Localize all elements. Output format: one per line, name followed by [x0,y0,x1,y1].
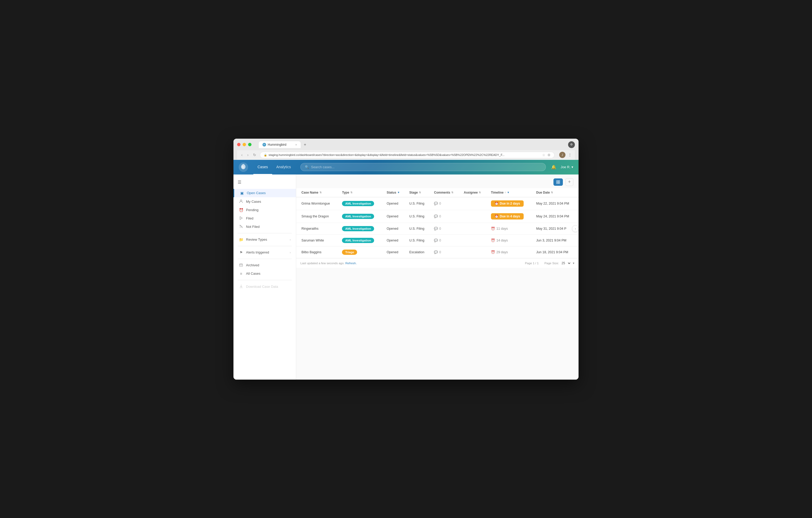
type-badge-3: AML Investigation [342,238,374,243]
svg-rect-11 [557,182,558,184]
sidebar-archived-label: Archived [246,263,259,267]
sidebar-item-archived[interactable]: Archived [233,261,296,270]
search-input[interactable] [311,165,542,169]
cell-status-4: Opened [383,246,406,258]
add-button[interactable]: + [566,178,573,186]
clock-icon-0: ⏰ [495,202,498,206]
sidebar-item-alerts[interactable]: ⚑ Alerts triggered › [233,248,296,257]
hamburger-menu[interactable]: ☰ [233,179,296,189]
search-bar[interactable]: 🔍 [300,163,546,171]
sidebar-item-all-cases[interactable]: ≡ All Cases [233,270,296,278]
case-name-filter[interactable]: ⇅ [319,191,322,194]
new-tab-button[interactable]: + [302,141,308,148]
review-types-icon: 📁 [239,238,243,242]
clock-icon-2: ⏰ [491,226,495,230]
page-size-chevron: ▾ [573,261,574,265]
sidebar-item-download[interactable]: Download Case Data [233,282,296,291]
refresh-link[interactable]: Refresh. [345,262,356,265]
download-icon [239,284,243,289]
sidebar-not-filed-label: Not Filed [246,225,260,229]
type-badge-4: Triage [342,250,357,255]
cell-timeline-0: ⏰ Due in 2 days [488,197,533,210]
type-filter[interactable]: ⇅ [350,191,352,194]
timeline-filter[interactable]: ▼ [507,191,510,194]
bookmark-icon[interactable]: ☆ [542,153,545,157]
alerts-icon: ⚑ [239,250,243,254]
user-menu-button[interactable]: Joe R. ▾ [560,165,573,169]
nav-cases[interactable]: Cases [253,160,272,174]
scroll-right-button[interactable]: › [572,225,579,232]
alerts-chevron: › [290,251,291,254]
maximize-button[interactable] [248,143,252,146]
comments-filter[interactable]: ⇅ [451,191,453,194]
comment-icon-0: 💬 [434,202,438,206]
pagination: Page 1 / 1 Page Size: 25 50 100 ▾ [525,261,574,265]
user-chevron: ▾ [572,165,573,169]
table-row[interactable]: Grima Wormtongue AML Investigation Opene… [296,197,579,210]
cell-case-name-1: Smaug the Dragon [296,210,339,223]
browser-menu-button[interactable]: ⋮ [568,153,572,157]
cell-assignee-2 [461,223,488,235]
status-filter[interactable]: ▼ [397,191,400,194]
close-button[interactable] [237,143,240,146]
table-row[interactable]: Bilbo Baggins Triage Opened Escalation 💬 [296,246,579,258]
cell-timeline-2: ⏰ 11 days [488,223,533,235]
lock-icon: 🔒 [264,154,267,157]
cell-stage-1: U.S. Filing [406,210,431,223]
cell-comments-3: 💬 0 [431,235,461,246]
cell-timeline-4: ⏰ 29 days [488,246,533,258]
sidebar-item-not-filed[interactable]: Not Filed [233,223,296,231]
cell-due-date-2: May 31, 2021 9:04 P › [533,223,579,235]
address-text: staging.hummingbird.co/dashboard/cases?d… [268,153,541,157]
sidebar-alerts-label: Alerts triggered [246,250,269,254]
top-nav: Cases Analytics 🔍 🔔 Joe R. ▾ [233,160,579,174]
stage-filter[interactable]: ⇅ [419,191,421,194]
page-size-select[interactable]: 25 50 100 [560,261,571,265]
cell-comments-1: 💬 0 [431,210,461,223]
cell-assignee-3 [461,235,488,246]
table-row[interactable]: Saruman White AML Investigation Opened U… [296,235,579,246]
minimize-button[interactable] [242,143,246,146]
browser-tab[interactable]: H Hummingbird × [259,141,301,148]
back-button[interactable]: ‹ [240,152,244,158]
grid-view-button[interactable] [553,179,563,186]
cell-case-name-0: Grima Wormtongue [296,197,339,210]
extension-icon[interactable]: ⚙ [547,153,551,157]
sidebar-item-my-cases[interactable]: My Cases [233,197,296,206]
forward-button[interactable]: › [246,152,250,158]
table-row[interactable]: Ringwraiths AML Investigation Opened U.S… [296,223,579,235]
sidebar: ☰ ▣ Open Cases My Cases [233,174,296,380]
sidebar-item-filed[interactable]: Filed [233,214,296,223]
sidebar-filed-label: Filed [246,216,253,220]
sidebar-item-review-types[interactable]: 📁 Review Types › [233,236,296,244]
tab-close-button[interactable]: × [295,143,297,146]
comment-icon-2: 💬 [434,227,438,230]
sidebar-item-open-cases[interactable]: ▣ Open Cases [233,189,296,197]
sidebar-review-types-label: Review Types [246,238,267,242]
sidebar-item-pending[interactable]: ⏰ Pending [233,206,296,214]
cell-type-0: AML Investigation [339,197,383,210]
tab-label: Hummingbird [268,143,286,146]
cell-type-1: AML Investigation [339,210,383,223]
sidebar-download-label: Download Case Data [246,284,278,289]
nav-analytics[interactable]: Analytics [272,160,295,174]
due-date-filter[interactable]: ⇅ [551,191,553,194]
cell-stage-3: U.S. Filing [406,235,431,246]
browser-settings-icon: ⚙ [568,141,575,148]
notification-button[interactable]: 🔔 [551,165,556,169]
type-badge-1: AML Investigation [342,214,374,219]
sidebar-pending-label: Pending [246,208,259,212]
assignee-filter[interactable]: ⇅ [479,191,481,194]
cell-type-2: AML Investigation [339,223,383,235]
profile-avatar[interactable]: J [559,152,566,158]
svg-rect-12 [558,182,560,184]
timeline-normal-2: ⏰ 11 days [491,226,508,230]
table-footer: Last updated a few seconds ago. Refresh.… [296,258,579,268]
refresh-button[interactable]: ↻ [252,152,257,158]
address-bar[interactable]: 🔒 staging.hummingbird.co/dashboard/cases… [260,152,554,158]
timeline-sort[interactable]: ↑ [504,191,506,194]
logo[interactable] [239,162,248,172]
my-cases-icon [239,199,243,204]
table-row[interactable]: Smaug the Dragon AML Investigation Opene… [296,210,579,223]
svg-rect-9 [557,181,558,182]
